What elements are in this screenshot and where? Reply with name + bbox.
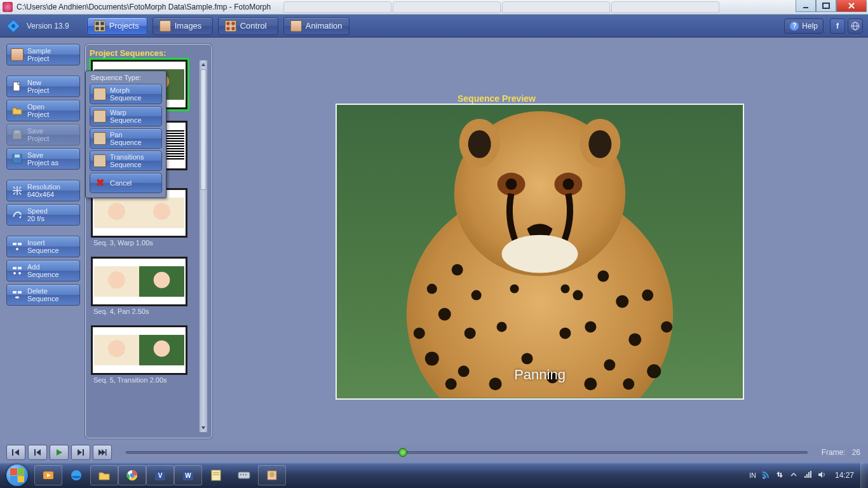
preview-image (337, 105, 743, 398)
svg-rect-3 (95, 22, 98, 25)
taskbar-notes[interactable] (203, 466, 229, 485)
delete-icon (11, 288, 24, 301)
svg-point-55 (642, 290, 653, 301)
scroll-down-icon[interactable] (200, 423, 207, 432)
bg-tab (283, 1, 391, 13)
facebook-button[interactable]: f (830, 18, 845, 34)
taskbar-visio[interactable]: V (147, 466, 173, 485)
taskbar-clock[interactable]: 14:27 (835, 471, 854, 480)
transitions-sequence-button[interactable]: Transitions Sequence (90, 151, 162, 171)
resolution-label: Resolution 640x464 (27, 183, 60, 198)
sequence-thumb-4[interactable] (91, 257, 187, 306)
svg-point-33 (506, 179, 517, 190)
svg-point-48 (628, 333, 641, 346)
svg-rect-18 (15, 154, 20, 158)
svg-point-60 (623, 378, 634, 390)
tray-chevron-up-icon[interactable] (789, 470, 798, 480)
taskbar-fotomorph[interactable] (259, 466, 285, 485)
prev-frame-button[interactable] (28, 445, 47, 460)
svg-point-10 (231, 27, 234, 30)
svg-point-46 (616, 295, 628, 308)
start-button[interactable] (0, 463, 34, 488)
svg-point-9 (226, 27, 229, 30)
svg-point-45 (597, 271, 609, 282)
tab-control[interactable]: Control (218, 17, 278, 35)
speed-button[interactable]: Speed 20 f/s (6, 204, 80, 226)
add-sequence-button[interactable]: Add Sequence (6, 260, 80, 281)
close-button[interactable] (836, 0, 867, 12)
scroll-up-icon[interactable] (200, 60, 207, 69)
svg-rect-73 (183, 470, 193, 480)
save-as-label: Save Project as (27, 151, 58, 166)
thumb-image (94, 266, 139, 297)
tab-animation[interactable]: Animation (283, 17, 349, 35)
morph-label: Morph Sequence (110, 86, 142, 102)
tab-images-label: Images (175, 21, 202, 30)
open-project-label: Open Project (27, 103, 49, 118)
insert-sequence-button[interactable]: Insert Sequence (6, 236, 80, 257)
svg-point-30 (588, 130, 611, 158)
frame-number: 26 (852, 448, 860, 457)
last-frame-button[interactable] (93, 445, 112, 460)
taskbar-mediaplayer[interactable] (35, 466, 62, 485)
svg-rect-78 (238, 472, 250, 478)
sequences-scrollbar[interactable] (199, 60, 208, 433)
maximize-button[interactable] (816, 0, 836, 12)
svg-rect-24 (18, 291, 22, 294)
sequence-thumb-5[interactable] (91, 325, 187, 375)
save-as-button[interactable]: Save Project as (6, 148, 80, 170)
bg-tab (502, 1, 610, 13)
cancel-button[interactable]: ✖Cancel (90, 173, 162, 193)
open-project-button[interactable]: Open Project (6, 100, 80, 121)
tray-rss-icon[interactable] (761, 470, 770, 480)
svg-point-43 (522, 353, 533, 364)
show-desktop-button[interactable] (860, 463, 868, 488)
sequence-label-3: Seq. 3, Warp 1.00s (93, 239, 198, 247)
svg-point-39 (465, 327, 476, 339)
insert-label: Insert Sequence (27, 239, 59, 254)
thumb-image (94, 198, 139, 228)
svg-point-57 (414, 327, 425, 339)
svg-rect-71 (155, 470, 165, 480)
scrollbar-thumb[interactable] (200, 69, 207, 190)
pan-sequence-button[interactable]: Pan Sequence (90, 128, 162, 149)
warp-label: Warp Sequence (110, 109, 142, 124)
language-indicator[interactable]: IN (749, 471, 756, 479)
new-project-button[interactable]: New Project (6, 76, 80, 97)
help-button[interactable]: ? Help (784, 18, 824, 34)
app-icon (3, 2, 13, 12)
svg-point-83 (269, 472, 275, 477)
first-frame-button[interactable] (6, 445, 25, 460)
morph-sequence-button[interactable]: Morph Sequence (90, 84, 162, 104)
resolution-button[interactable]: Resolution 640x464 (6, 180, 80, 201)
warp-sequence-button[interactable]: Warp Sequence (90, 106, 162, 126)
sequence-label-5: Seq. 5, Transition 2.00s (93, 376, 198, 384)
pan-icon (93, 132, 106, 145)
taskbar-word[interactable]: W (175, 466, 201, 485)
sequence-label-4: Seq. 4, Pan 2.50s (93, 308, 198, 315)
delete-sequence-button[interactable]: Delete Sequence (6, 284, 80, 306)
tray-network-icon[interactable] (803, 470, 812, 480)
tab-images[interactable]: Images (153, 17, 213, 35)
timeline-handle[interactable] (398, 448, 407, 457)
globe-button[interactable] (848, 18, 863, 34)
svg-rect-64 (34, 449, 36, 456)
next-frame-button[interactable] (71, 445, 90, 460)
tray-volume-icon[interactable] (817, 470, 826, 480)
sample-project-button[interactable]: Sample Project (6, 44, 80, 65)
minimize-button[interactable] (796, 0, 816, 12)
svg-point-79 (240, 474, 241, 475)
playback-bar: Frame: 26 (6, 444, 860, 461)
play-button[interactable] (50, 445, 69, 460)
svg-rect-65 (83, 449, 84, 456)
taskbar-keyboard[interactable] (231, 466, 257, 485)
taskbar-explorer[interactable] (91, 466, 118, 485)
svg-point-34 (562, 179, 574, 190)
tab-projects[interactable]: Projects (87, 17, 147, 35)
tray-updown-icon[interactable] (775, 470, 784, 480)
speed-icon (11, 208, 24, 221)
taskbar-ie[interactable] (63, 466, 90, 485)
taskbar-chrome[interactable] (119, 466, 146, 485)
svg-point-81 (245, 474, 247, 475)
timeline-slider[interactable] (126, 451, 808, 454)
